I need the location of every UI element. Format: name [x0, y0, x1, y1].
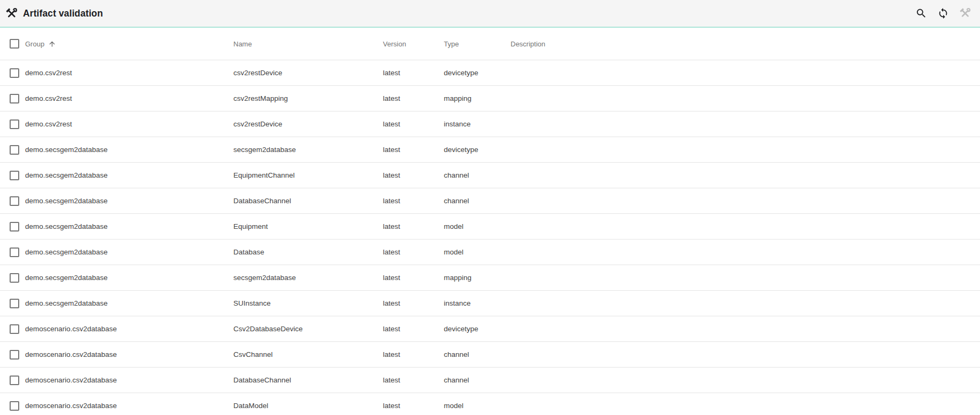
- column-header-type[interactable]: Type: [444, 40, 511, 48]
- search-button[interactable]: [915, 7, 928, 20]
- row-checkbox-cell: [10, 248, 19, 257]
- row-checkbox-cell: [10, 94, 19, 103]
- cell-group: demo.secsgem2database: [25, 146, 233, 154]
- table-row[interactable]: demo.secsgem2database EquipmentChannel l…: [0, 162, 980, 188]
- cell-name: DataModel: [233, 402, 383, 410]
- refresh-button[interactable]: [937, 7, 950, 20]
- table-body: demo.csv2rest csv2restDevice latest devi…: [0, 60, 980, 415]
- cell-version: latest: [383, 69, 444, 77]
- construction-icon-disabled: [959, 7, 971, 19]
- cell-version: latest: [383, 120, 444, 128]
- cell-type: model: [444, 248, 511, 256]
- row-checkbox[interactable]: [10, 324, 19, 334]
- row-checkbox[interactable]: [10, 273, 19, 283]
- table-row[interactable]: demo.csv2rest csv2restDevice latest inst…: [0, 111, 980, 137]
- cell-type: devicetype: [444, 325, 511, 333]
- cell-group: demo.secsgem2database: [25, 274, 233, 282]
- table-row[interactable]: demo.csv2rest csv2restDevice latest devi…: [0, 60, 980, 85]
- table-row[interactable]: demo.secsgem2database Equipment latest m…: [0, 213, 980, 239]
- column-header-group-label: Group: [25, 40, 44, 48]
- sort-ascending-icon: [48, 40, 56, 48]
- validate-artifacts-button: [959, 7, 971, 20]
- cell-name: Csv2DatabaseDevice: [233, 325, 383, 333]
- cell-name: SUInstance: [233, 299, 383, 307]
- table-row[interactable]: demo.secsgem2database secsgem2database l…: [0, 137, 980, 162]
- cell-group: demoscenario.csv2database: [25, 376, 233, 384]
- row-checkbox-cell: [10, 324, 19, 334]
- cell-group: demoscenario.csv2database: [25, 350, 233, 358]
- table-row[interactable]: demo.secsgem2database secsgem2database l…: [0, 265, 980, 290]
- row-checkbox[interactable]: [10, 68, 19, 78]
- row-checkbox[interactable]: [10, 401, 19, 411]
- cell-type: mapping: [444, 274, 511, 282]
- table-row[interactable]: demo.secsgem2database Database latest mo…: [0, 239, 980, 265]
- cell-group: demo.csv2rest: [25, 94, 233, 102]
- row-checkbox[interactable]: [10, 248, 19, 257]
- cell-group: demo.secsgem2database: [25, 222, 233, 230]
- row-checkbox[interactable]: [10, 119, 19, 129]
- cell-group: demo.secsgem2database: [25, 248, 233, 256]
- row-checkbox-cell: [10, 299, 19, 308]
- row-checkbox-cell: [10, 196, 19, 206]
- cell-group: demo.secsgem2database: [25, 299, 233, 307]
- cell-type: instance: [444, 120, 511, 128]
- toolbar-title-group: Artifact validation: [5, 7, 915, 20]
- table-row[interactable]: demoscenario.csv2database DataModel late…: [0, 393, 980, 415]
- cell-version: latest: [383, 350, 444, 358]
- column-header-group[interactable]: Group: [25, 40, 233, 48]
- cell-name: DatabaseChannel: [233, 197, 383, 205]
- row-checkbox-cell: [10, 68, 19, 78]
- column-header-description[interactable]: Description: [511, 40, 980, 48]
- row-checkbox[interactable]: [10, 299, 19, 308]
- cell-group: demo.secsgem2database: [25, 171, 233, 179]
- table-row[interactable]: demoscenario.csv2database Csv2DatabaseDe…: [0, 316, 980, 341]
- sync-icon: [937, 7, 949, 19]
- row-checkbox[interactable]: [10, 196, 19, 206]
- cell-type: model: [444, 222, 511, 230]
- cell-type: channel: [444, 376, 511, 384]
- cell-name: csv2restMapping: [233, 94, 383, 102]
- cell-group: demo.secsgem2database: [25, 197, 233, 205]
- cell-type: instance: [444, 299, 511, 307]
- search-icon: [915, 7, 927, 19]
- column-header-name[interactable]: Name: [233, 40, 383, 48]
- row-checkbox[interactable]: [10, 350, 19, 360]
- cell-type: channel: [444, 171, 511, 179]
- cell-name: CsvChannel: [233, 350, 383, 358]
- cell-name: secsgem2database: [233, 274, 383, 282]
- row-checkbox-cell: [10, 376, 19, 385]
- cell-version: latest: [383, 222, 444, 230]
- cell-type: channel: [444, 350, 511, 358]
- cell-version: latest: [383, 248, 444, 256]
- select-all-cell: [10, 39, 19, 49]
- artifact-table: Group Name Version Type Description demo…: [0, 28, 980, 415]
- row-checkbox[interactable]: [10, 222, 19, 232]
- cell-version: latest: [383, 376, 444, 384]
- cell-type: devicetype: [444, 69, 511, 77]
- cell-group: demoscenario.csv2database: [25, 402, 233, 410]
- cell-type: devicetype: [444, 146, 511, 154]
- column-header-version[interactable]: Version: [383, 40, 444, 48]
- table-row[interactable]: demoscenario.csv2database DatabaseChanne…: [0, 367, 980, 393]
- cell-version: latest: [383, 171, 444, 179]
- cell-version: latest: [383, 402, 444, 410]
- cell-name: Database: [233, 248, 383, 256]
- row-checkbox[interactable]: [10, 145, 19, 155]
- table-row[interactable]: demo.secsgem2database SUInstance latest …: [0, 290, 980, 316]
- cell-version: latest: [383, 299, 444, 307]
- table-row[interactable]: demoscenario.csv2database CsvChannel lat…: [0, 341, 980, 367]
- row-checkbox[interactable]: [10, 94, 19, 103]
- cell-version: latest: [383, 94, 444, 102]
- cell-type: channel: [444, 197, 511, 205]
- cell-group: demoscenario.csv2database: [25, 325, 233, 333]
- row-checkbox-cell: [10, 145, 19, 155]
- cell-name: secsgem2database: [233, 146, 383, 154]
- row-checkbox-cell: [10, 222, 19, 232]
- row-checkbox[interactable]: [10, 376, 19, 385]
- select-all-checkbox[interactable]: [10, 39, 19, 49]
- table-row[interactable]: demo.secsgem2database DatabaseChannel la…: [0, 188, 980, 213]
- cell-version: latest: [383, 274, 444, 282]
- row-checkbox[interactable]: [10, 171, 19, 180]
- table-row[interactable]: demo.csv2rest csv2restMapping latest map…: [0, 85, 980, 111]
- row-checkbox-cell: [10, 350, 19, 360]
